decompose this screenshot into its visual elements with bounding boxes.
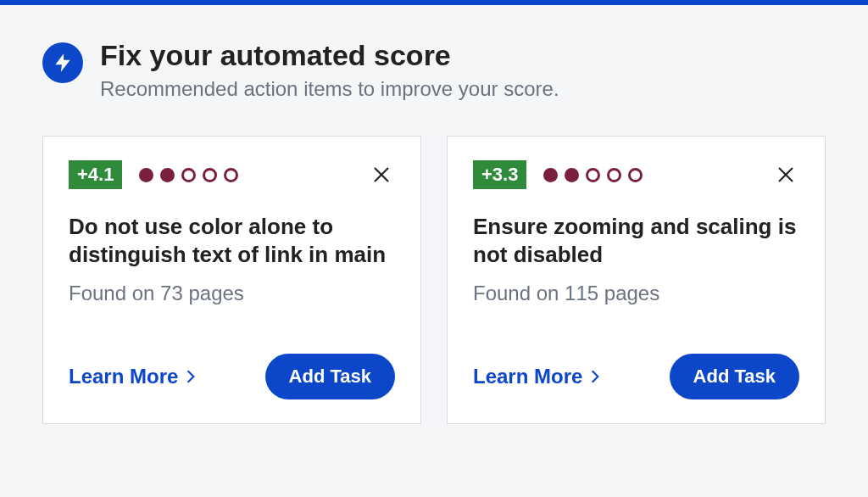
lightning-icon — [42, 42, 83, 83]
close-icon — [371, 165, 392, 185]
section-title: Fix your automated score — [100, 39, 559, 72]
severity-dot-open — [628, 168, 643, 182]
severity-dot-open — [181, 168, 196, 182]
learn-more-label: Learn More — [69, 365, 178, 388]
chevron-right-icon — [589, 368, 601, 385]
severity-dot-filled — [160, 168, 175, 182]
card-actions: Learn More Add Task — [69, 333, 395, 399]
severity-dots — [543, 168, 643, 182]
severity-dot-filled — [139, 168, 153, 182]
add-task-button[interactable]: Add Task — [265, 354, 395, 399]
close-icon — [776, 165, 796, 185]
learn-more-button[interactable]: Learn More — [69, 365, 197, 388]
severity-dot-open — [586, 168, 600, 182]
dismiss-button[interactable] — [772, 161, 799, 188]
severity-dot-filled — [565, 168, 579, 182]
card-top-row: +4.1 — [69, 160, 395, 189]
add-task-button[interactable]: Add Task — [670, 354, 799, 399]
dismiss-button[interactable] — [368, 161, 395, 188]
severity-dots — [139, 168, 238, 182]
severity-dot-open — [607, 168, 621, 182]
severity-dot-open — [224, 168, 238, 182]
severity-dot-open — [203, 168, 217, 182]
learn-more-label: Learn More — [473, 365, 582, 388]
card-title: Do not use color alone to distinguish te… — [69, 213, 395, 268]
recommendation-card: +3.3 Ensure zooming and scaling is not d… — [447, 136, 826, 424]
card-subtitle: Found on 73 pages — [69, 280, 395, 306]
main-container: Fix your automated score Recommended act… — [0, 5, 868, 424]
learn-more-button[interactable]: Learn More — [473, 365, 601, 388]
card-actions: Learn More Add Task — [473, 333, 799, 399]
card-title: Ensure zooming and scaling is not disabl… — [473, 213, 799, 268]
severity-dot-filled — [543, 168, 558, 182]
heading-block: Fix your automated score Recommended act… — [100, 39, 559, 102]
score-badge: +4.1 — [69, 160, 122, 189]
score-badge: +3.3 — [473, 160, 526, 189]
section-header: Fix your automated score Recommended act… — [42, 39, 826, 102]
cards-row: +4.1 Do not use color alone to distingui… — [42, 136, 826, 424]
card-top-row: +3.3 — [473, 160, 799, 189]
recommendation-card: +4.1 Do not use color alone to distingui… — [42, 136, 421, 424]
card-subtitle: Found on 115 pages — [473, 280, 799, 306]
section-subtitle: Recommended action items to improve your… — [100, 75, 559, 102]
chevron-right-icon — [185, 368, 197, 385]
